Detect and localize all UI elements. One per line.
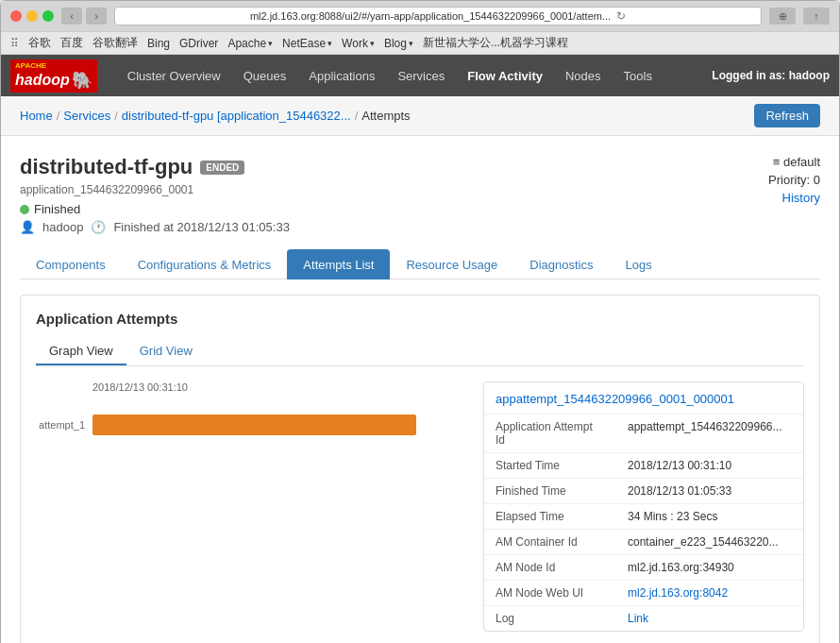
logo-hadoop-text: hadoop [15,72,70,89]
apps-icon: ⠿ [10,37,19,50]
bookmarks-bar: ⠿ 谷歌 百度 谷歌翻译 Bing GDriver Apache ▾ NetEa… [1,31,839,54]
top-navigation: APACHE hadoop 🐘 Cluster Overview Queues … [1,55,839,96]
detail-value[interactable]: Link [616,606,803,632]
app-title-area: distributed-tf-gpu ENDED application_154… [20,155,290,234]
elephant-icon: 🐘 [72,70,92,91]
bookmark-blog-dropdown[interactable]: Blog ▾ [384,37,413,50]
nav-nodes[interactable]: Nodes [554,55,613,96]
bookmark-bing[interactable]: Bing [147,37,170,50]
detail-row: Application Attempt Idappattempt_1544632… [484,415,803,453]
detail-table: Application Attempt Idappattempt_1544632… [484,415,803,631]
chevron-down-icon: ▾ [268,39,273,48]
breadcrumb-home[interactable]: Home [20,109,53,123]
detail-label: Finished Time [484,479,616,504]
attempts-title: Application Attempts [36,311,804,327]
new-tab-button[interactable]: ⊕ [769,8,796,25]
detail-panel: appattempt_1544632209966_0001_000001 App… [483,381,804,632]
bar-container[interactable] [92,412,474,438]
app-priority: Priority: 0 [768,173,820,187]
tab-diagnostics[interactable]: Diagnostics [513,249,609,279]
reload-icon: ↻ [616,9,626,23]
history-link[interactable]: History [782,191,820,205]
detail-label: Application Attempt Id [484,415,616,453]
share-button[interactable]: ↑ [803,8,830,25]
graph-time-label: 2018/12/13 00:31:10 [36,381,474,393]
detail-value: 2018/12/13 01:05:33 [616,479,803,504]
attempts-section: Application Attempts Graph View Grid Vie… [20,295,820,643]
logo-apache-text: APACHE [15,61,92,70]
app-meta-right: ≡ default Priority: 0 History [768,155,820,205]
detail-label: Elapsed Time [484,504,616,530]
ended-badge: ENDED [200,161,244,175]
detail-value[interactable]: ml2.jd.163.org:8042 [616,581,803,606]
user-icon: 👤 [20,220,35,234]
detail-label: Log [484,606,616,632]
close-button[interactable] [10,10,22,22]
detail-value: ml2.jd.163.org:34930 [616,555,803,581]
app-status: Finished [20,202,290,216]
detail-row: Finished Time2018/12/13 01:05:33 [484,479,803,504]
maximize-button[interactable] [42,10,54,22]
app-status-text: Finished [34,202,80,216]
address-bar[interactable]: ml2.jd.163.org:8088/ui2/#/yarn-app/appli… [114,7,762,25]
detail-link[interactable]: ml2.jd.163.org:8042 [628,586,728,600]
breadcrumb-app[interactable]: distributed-tf-gpu [application_15446322… [122,109,351,123]
nav-applications[interactable]: Applications [297,55,386,96]
detail-link[interactable]: Link [628,612,648,625]
bookmark-apache-dropdown[interactable]: Apache ▾ [227,37,273,50]
app-name: distributed-tf-gpu [20,155,193,179]
attempt-bar[interactable] [92,415,416,435]
chevron-down-icon: ▾ [328,39,332,48]
address-text: ml2.jd.163.org:8088/ui2/#/yarn-app/appli… [250,10,611,22]
app-user-name: hadoop [42,220,83,234]
bookmark-gdriver[interactable]: GDriver [179,37,218,50]
detail-value: 2018/12/13 00:31:10 [616,453,803,479]
logo-box: APACHE hadoop 🐘 [10,59,97,93]
nav-tools[interactable]: Tools [613,55,664,96]
nav-cluster-overview[interactable]: Cluster Overview [116,55,232,96]
app-id: application_1544632209966_0001 [20,183,290,196]
detail-label: Started Time [484,453,616,479]
detail-row: LogLink [484,606,803,632]
bookmark-google[interactable]: 谷歌 [28,35,51,51]
bookmark-netease-dropdown[interactable]: NetEase ▾ [282,37,332,50]
bookmark-baidu[interactable]: 百度 [60,35,83,51]
status-dot-icon [20,205,29,214]
bookmark-work-dropdown[interactable]: Work ▾ [342,37,375,50]
detail-row: Elapsed Time34 Mins : 23 Secs [484,504,803,530]
tab-attempts-list[interactable]: Attempts List [287,249,390,279]
forward-button[interactable]: › [86,8,107,25]
graph-area: 2018/12/13 00:31:10 attempt_1 appattempt… [36,381,804,632]
chevron-down-icon: ▾ [370,39,375,48]
bookmark-translate[interactable]: 谷歌翻译 [92,35,138,51]
back-button[interactable]: ‹ [61,8,82,25]
detail-label: AM Node Id [484,555,616,581]
tab-resource-usage[interactable]: Resource Usage [390,249,513,279]
nav-flow-activity[interactable]: Flow Activity [456,55,554,96]
grid-view-button[interactable]: Grid View [126,338,206,365]
nav-services[interactable]: Services [386,55,456,96]
tab-configurations[interactable]: Configurations & Metrics [122,249,288,279]
nav-queues[interactable]: Queues [232,55,298,96]
browser-navigation: ‹ › [61,8,107,25]
detail-row: AM Node Web UIml2.jd.163.org:8042 [484,581,803,606]
detail-title[interactable]: appattempt_1544632209966_0001_000001 [484,382,803,415]
page-content: distributed-tf-gpu ENDED application_154… [1,136,839,643]
bookmark-xsfu[interactable]: 新世福大学公...机器学习课程 [423,35,568,51]
tab-logs[interactable]: Logs [610,249,668,279]
graph-view-button[interactable]: Graph View [36,338,126,365]
detail-label: AM Node Web UI [484,581,616,606]
breadcrumb-bar: Home / Services / distributed-tf-gpu [ap… [1,96,839,136]
breadcrumb-services[interactable]: Services [63,109,110,123]
graph-row-1: attempt_1 [36,412,474,438]
detail-value: 34 Mins : 23 Secs [616,504,803,530]
chevron-down-icon: ▾ [409,39,413,48]
tab-components[interactable]: Components [20,249,122,279]
detail-label: AM Container Id [484,530,616,555]
clock-icon: 🕐 [91,220,106,234]
minimize-button[interactable] [26,10,38,22]
breadcrumb-sep-1: / [57,109,60,123]
refresh-button[interactable]: Refresh [754,104,820,127]
nav-links: Cluster Overview Queues Applications Ser… [116,55,713,96]
app-queue: ≡ default [768,155,820,169]
